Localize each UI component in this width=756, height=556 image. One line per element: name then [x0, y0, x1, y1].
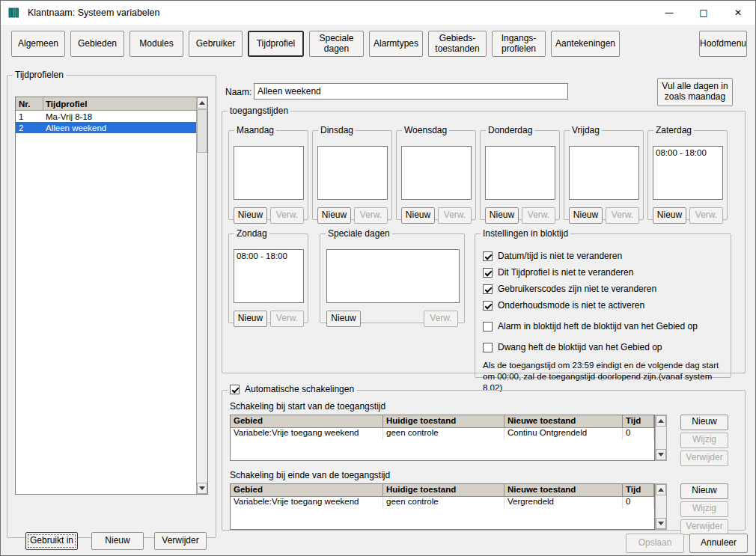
- time-entry[interactable]: 08:00 - 18:00: [653, 147, 722, 159]
- tijdprofielen-list-header: Nr. Tijdprofiel: [16, 97, 196, 111]
- day-verw-button[interactable]: Verw.: [270, 207, 304, 224]
- day-times-list[interactable]: [234, 146, 304, 200]
- day-nieuw-button[interactable]: Nieuw: [234, 207, 267, 224]
- day-verw-button[interactable]: Verw.: [354, 207, 388, 224]
- speciale-nieuw-button[interactable]: Nieuw: [326, 311, 361, 327]
- automatische-schakelingen-checkbox[interactable]: [230, 385, 240, 394]
- day-times-list[interactable]: [569, 146, 639, 200]
- tab-gebiedstoestanden[interactable]: Gebieds-toestanden: [428, 31, 487, 57]
- cell-gebied: Variabele:Vrije toegang weekend: [231, 428, 383, 439]
- gebruikt-in-button[interactable]: Gebruikt in: [25, 532, 78, 550]
- table-row[interactable]: Variabele:Vrije toegang weekend geen con…: [231, 497, 654, 508]
- list-item-nr: 1: [16, 112, 43, 121]
- start-table-scrollbar[interactable]: [655, 415, 667, 461]
- bloktijd-panel: Instellingen in bloktijd Datum/tijd is n…: [475, 228, 731, 378]
- naam-input[interactable]: [254, 83, 568, 100]
- scroll-up-icon[interactable]: [656, 484, 666, 495]
- checkbox-icon[interactable]: [483, 301, 493, 311]
- einde-table-scrollbar[interactable]: [655, 483, 667, 530]
- hoofdmenu-button[interactable]: Hoofdmenu: [699, 31, 747, 57]
- day-times-list[interactable]: [401, 146, 472, 200]
- tijdprofielen-list[interactable]: Nr. Tijdprofiel 1 Ma-Vrij 8-18 2 Alleen …: [15, 97, 208, 495]
- scroll-up-icon[interactable]: [197, 97, 207, 109]
- checkbox-icon[interactable]: [483, 251, 493, 261]
- day-times-list[interactable]: [485, 146, 555, 200]
- checkbox-icon[interactable]: [483, 268, 493, 278]
- vul-alle-dagen-button[interactable]: Vul alle dagen in zoals maandag: [657, 78, 733, 106]
- tab-speciale-dagen[interactable]: Speciale dagen: [309, 31, 364, 57]
- day-nieuw-button[interactable]: Nieuw: [653, 207, 686, 224]
- close-button[interactable]: ✕: [721, 1, 755, 25]
- day-times-list[interactable]: 08:00 - 18:00: [234, 249, 304, 303]
- cell-tijd: 0: [623, 428, 654, 439]
- time-entry[interactable]: [234, 147, 303, 150]
- day-verw-button[interactable]: Verw.: [606, 207, 639, 224]
- checkbox-row[interactable]: Datum/tijd is niet te veranderen: [483, 251, 622, 261]
- time-entry[interactable]: [486, 147, 555, 150]
- column-header-nr: Nr.: [16, 97, 43, 110]
- day-times-list[interactable]: [317, 146, 388, 200]
- checkbox-label: Onderhoudsmode is niet te activeren: [498, 300, 644, 311]
- time-entry[interactable]: [318, 147, 387, 150]
- start-wijzig-button[interactable]: Wijzig: [680, 433, 728, 448]
- start-verwijder-button[interactable]: Verwijder: [680, 450, 728, 466]
- checkbox-icon[interactable]: [483, 284, 493, 294]
- opslaan-button[interactable]: Opslaan: [626, 534, 684, 553]
- tab-modules[interactable]: Modules: [129, 31, 183, 57]
- checkbox-row[interactable]: Dwang heft de bloktijd van het Gebied op: [483, 342, 662, 352]
- tab-aantekeningen[interactable]: Aantekeningen: [551, 31, 620, 57]
- checkbox-row[interactable]: Onderhoudsmode is niet te activeren: [483, 300, 644, 311]
- annuleer-button[interactable]: Annuleer: [689, 534, 748, 553]
- scroll-up-icon[interactable]: [656, 415, 666, 427]
- list-item[interactable]: 2 Alleen weekend: [16, 122, 196, 133]
- maximize-button[interactable]: □: [686, 1, 721, 25]
- tab-alarmtypes[interactable]: Alarmtypes: [369, 31, 423, 57]
- scroll-down-icon[interactable]: [656, 449, 666, 460]
- checkbox-icon[interactable]: [483, 343, 493, 352]
- checkbox-icon[interactable]: [483, 322, 493, 332]
- scroll-down-icon[interactable]: [656, 518, 666, 529]
- day-legend: Vrijdag: [570, 125, 602, 135]
- day-nieuw-button[interactable]: Nieuw: [569, 207, 603, 224]
- einde-nieuw-button[interactable]: Nieuw: [680, 483, 728, 499]
- day-nieuw-button[interactable]: Nieuw: [485, 207, 519, 224]
- scrollbar-thumb[interactable]: [197, 109, 207, 153]
- tab-gebieden[interactable]: Gebieden: [70, 31, 124, 57]
- day-box-vrijdag: Vrijdag Nieuw Verw.: [564, 125, 644, 220]
- day-verw-button[interactable]: Verw.: [689, 207, 723, 224]
- verwijder-profiel-button[interactable]: Verwijder: [154, 532, 207, 550]
- minimize-button[interactable]: —: [652, 1, 686, 25]
- day-nieuw-button[interactable]: Nieuw: [317, 207, 351, 224]
- einde-wijzig-button[interactable]: Wijzig: [680, 501, 728, 517]
- list-item[interactable]: 1 Ma-Vrij 8-18: [16, 111, 196, 122]
- table-row[interactable]: Variabele:Vrije toegang weekend geen con…: [231, 428, 654, 439]
- list-scrollbar[interactable]: [196, 97, 207, 494]
- checkbox-row[interactable]: Dit Tijdprofiel is niet te veranderen: [483, 267, 633, 278]
- schakeling-einde-table[interactable]: Gebied Huidige toestand Nieuwe toestand …: [230, 483, 655, 530]
- time-entry[interactable]: 08:00 - 18:00: [234, 250, 303, 262]
- checkbox-row[interactable]: Gebruikerscodes zijn niet te veranderen: [483, 284, 656, 294]
- time-entry[interactable]: [570, 147, 638, 150]
- tab-ingangsprofielen[interactable]: Ingangs-profielen: [492, 31, 546, 57]
- speciale-verw-button[interactable]: Verw.: [424, 311, 458, 327]
- automatische-schakelingen-row[interactable]: Automatische schakelingen: [230, 384, 354, 394]
- einde-verwijder-button[interactable]: Verwijder: [680, 519, 728, 535]
- checkbox-row[interactable]: Alarm in bloktijd heft de bloktijd van h…: [483, 321, 698, 332]
- schakeling-start-table[interactable]: Gebied Huidige toestand Nieuwe toestand …: [230, 415, 655, 461]
- day-times-list[interactable]: 08:00 - 18:00: [653, 146, 723, 200]
- cell-huidige-toestand: geen controle: [383, 497, 504, 508]
- day-nieuw-button[interactable]: Nieuw: [401, 207, 435, 224]
- day-verw-button[interactable]: Verw.: [270, 311, 304, 327]
- day-verw-button[interactable]: Verw.: [522, 207, 555, 224]
- start-nieuw-button[interactable]: Nieuw: [680, 415, 728, 430]
- day-verw-button[interactable]: Verw.: [438, 207, 472, 224]
- tab-algemeen[interactable]: Algemeen: [11, 31, 65, 57]
- scroll-down-icon[interactable]: [197, 483, 207, 494]
- tab-gebruiker[interactable]: Gebruiker: [189, 31, 243, 57]
- tab-tijdprofiel[interactable]: Tijdprofiel: [248, 31, 304, 57]
- table-header: Gebied Huidige toestand Nieuwe toestand …: [231, 484, 654, 497]
- speciale-dagen-list[interactable]: [326, 249, 460, 303]
- nieuw-profiel-button[interactable]: Nieuw: [91, 532, 144, 550]
- time-entry[interactable]: [402, 147, 471, 150]
- day-nieuw-button[interactable]: Nieuw: [234, 311, 267, 327]
